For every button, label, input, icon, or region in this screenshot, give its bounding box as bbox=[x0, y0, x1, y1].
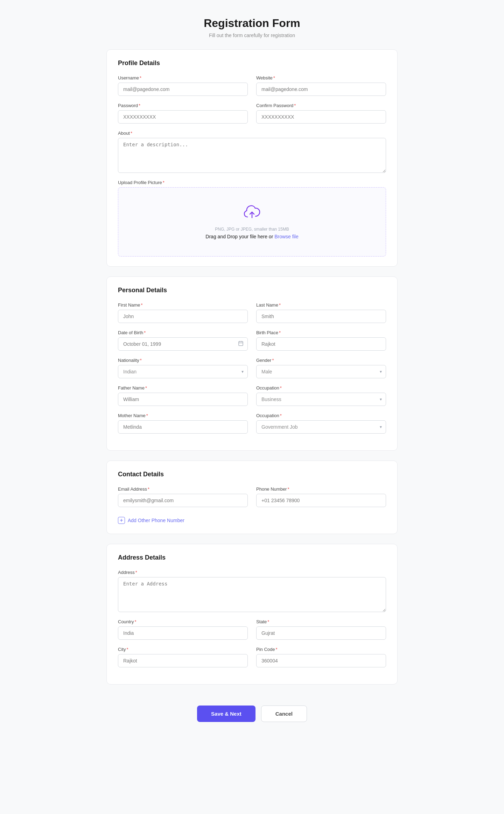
last-name-input[interactable] bbox=[256, 310, 386, 323]
browse-file-link[interactable]: Browse file bbox=[274, 234, 298, 239]
country-label: Country* bbox=[118, 619, 248, 624]
pin-code-input[interactable] bbox=[256, 654, 386, 667]
address-section: Address Details Address* Country* State* bbox=[106, 544, 398, 685]
address-textarea[interactable] bbox=[118, 577, 386, 612]
pin-code-label: Pin Code* bbox=[256, 647, 386, 652]
mother-occupation-label: Occupation* bbox=[256, 413, 386, 418]
email-input[interactable] bbox=[118, 494, 248, 507]
dob-label: Date of Birth* bbox=[118, 330, 248, 335]
page-subtitle: Fill out the form carefully for registra… bbox=[0, 33, 504, 38]
personal-section-title: Personal Details bbox=[118, 287, 386, 294]
save-next-button[interactable]: Save & Next bbox=[197, 706, 255, 722]
profile-section-title: Profile Details bbox=[118, 59, 386, 67]
about-label: About* bbox=[118, 131, 386, 136]
father-name-label: Father Name* bbox=[118, 385, 248, 391]
add-phone-icon: + bbox=[118, 517, 125, 524]
gender-select[interactable]: Male Female Other bbox=[256, 365, 386, 378]
cancel-button[interactable]: Cancel bbox=[261, 706, 307, 722]
add-phone-button[interactable]: + Add Other Phone Number bbox=[118, 517, 184, 524]
page-title: Registration Form bbox=[0, 17, 504, 30]
nationality-label: Nationality* bbox=[118, 358, 248, 363]
contact-section-title: Contact Details bbox=[118, 471, 386, 478]
personal-section: Personal Details First Name* Last Name* … bbox=[106, 276, 398, 451]
first-name-label: First Name* bbox=[118, 302, 248, 308]
address-label: Address* bbox=[118, 570, 386, 575]
phone-input[interactable] bbox=[256, 494, 386, 507]
form-footer: Save & Next Cancel bbox=[106, 694, 398, 733]
confirm-password-input[interactable] bbox=[256, 110, 386, 124]
file-upload-area[interactable]: PNG, JPG or JPEG, smaller than 15MB Drag… bbox=[118, 187, 386, 257]
state-label: State* bbox=[256, 619, 386, 624]
mother-occupation-select[interactable]: Business Government Job Private Job Othe… bbox=[256, 420, 386, 434]
last-name-label: Last Name* bbox=[256, 302, 386, 308]
father-occupation-select[interactable]: Business Government Job Private Job Othe… bbox=[256, 393, 386, 406]
website-label: Website* bbox=[256, 75, 386, 80]
mother-name-input[interactable] bbox=[118, 420, 248, 434]
birth-place-input[interactable] bbox=[256, 337, 386, 351]
email-label: Email Address* bbox=[118, 486, 248, 492]
upload-hint: PNG, JPG or JPEG, smaller than 15MB bbox=[127, 227, 377, 232]
about-textarea[interactable] bbox=[118, 138, 386, 173]
father-occupation-label: Occupation* bbox=[256, 385, 386, 391]
city-input[interactable] bbox=[118, 654, 248, 667]
website-input[interactable] bbox=[256, 83, 386, 96]
first-name-input[interactable] bbox=[118, 310, 248, 323]
profile-section: Profile Details Username* Website* Passw… bbox=[106, 49, 398, 267]
add-phone-label: Add Other Phone Number bbox=[128, 518, 184, 523]
state-input[interactable] bbox=[256, 626, 386, 640]
gender-label: Gender* bbox=[256, 358, 386, 363]
dob-input[interactable] bbox=[118, 337, 248, 351]
password-input[interactable] bbox=[118, 110, 248, 124]
phone-label: Phone Number* bbox=[256, 486, 386, 492]
username-label: Username* bbox=[118, 75, 248, 80]
nationality-select[interactable]: Indian American British Other bbox=[118, 365, 248, 378]
country-input[interactable] bbox=[118, 626, 248, 640]
username-input[interactable] bbox=[118, 83, 248, 96]
city-label: City* bbox=[118, 647, 248, 652]
upload-label: Upload Profile Picture* bbox=[118, 180, 386, 185]
upload-icon bbox=[127, 204, 377, 223]
mother-name-label: Mother Name* bbox=[118, 413, 248, 418]
upload-drag-text: Drag and Drop your file here or Browse f… bbox=[127, 234, 377, 239]
contact-section: Contact Details Email Address* Phone Num… bbox=[106, 461, 398, 534]
address-section-title: Address Details bbox=[118, 554, 386, 561]
birth-place-label: Birth Place* bbox=[256, 330, 386, 335]
password-label: Password* bbox=[118, 103, 248, 108]
confirm-password-label: Confirm Password* bbox=[256, 103, 386, 108]
father-name-input[interactable] bbox=[118, 393, 248, 406]
